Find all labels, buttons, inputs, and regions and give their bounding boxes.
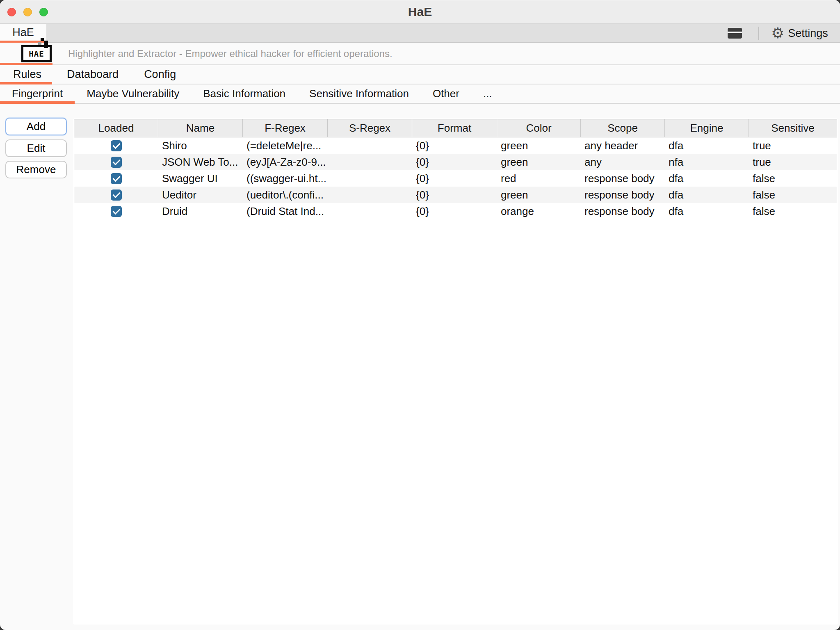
color-cell: orange <box>497 203 581 219</box>
loaded-cell <box>74 137 158 154</box>
loaded-cell <box>74 154 158 170</box>
format-cell: {0} <box>412 154 497 170</box>
column-header-sensitive[interactable]: Sensitive <box>749 119 837 137</box>
f-regex-cell: (Druid Stat Ind... <box>243 203 328 219</box>
tab-fingerprint[interactable]: Fingerprint <box>12 87 63 100</box>
settings-label: Settings <box>788 27 828 40</box>
name-cell: Shiro <box>158 137 243 154</box>
table-row[interactable]: Shiro(=deleteMe|re...{0}greenany headerd… <box>74 137 837 154</box>
engine-cell: dfa <box>665 137 749 154</box>
f-regex-cell: (=deleteMe|re... <box>243 137 328 154</box>
color-cell: red <box>497 170 581 187</box>
logo-spark <box>38 42 41 45</box>
s-regex-cell <box>328 187 412 203</box>
logo-antenna <box>44 41 48 48</box>
format-cell: {0} <box>412 203 497 219</box>
table-header-row: LoadedNameF-RegexS-RegexFormatColorScope… <box>74 119 837 137</box>
scope-cell: response body <box>581 170 665 187</box>
format-cell: {0} <box>412 137 497 154</box>
table-body: Shiro(=deleteMe|re...{0}greenany headerd… <box>74 137 837 219</box>
format-cell: {0} <box>412 187 497 203</box>
column-header-name[interactable]: Name <box>158 119 243 137</box>
tab-databoard[interactable]: Databoard <box>67 68 119 81</box>
s-regex-cell <box>328 154 412 170</box>
scope-cell: any header <box>581 137 665 154</box>
loaded-cell <box>74 203 158 219</box>
tab-hae[interactable]: HaE <box>0 24 46 43</box>
engine-cell: dfa <box>665 170 749 187</box>
tab-other[interactable]: Other <box>433 87 459 100</box>
color-cell: green <box>497 187 581 203</box>
gear-icon: ⚙ <box>771 26 784 41</box>
hae-window: HaE HaE ⚙ Settings HAE Highlighter and E… <box>0 0 840 630</box>
tab-rules[interactable]: Rules <box>13 68 41 81</box>
rules-table: LoadedNameF-RegexS-RegexFormatColorScope… <box>74 119 837 624</box>
sensitive-cell: false <box>749 187 837 203</box>
column-header-s-regex[interactable]: S-Regex <box>328 119 412 137</box>
tab-strip: HaE ⚙ Settings <box>0 24 840 43</box>
loaded-cell <box>74 170 158 187</box>
remove-button[interactable]: Remove <box>5 161 67 178</box>
format-cell: {0} <box>412 170 497 187</box>
table-row[interactable]: Druid(Druid Stat Ind...{0}orangeresponse… <box>74 203 837 219</box>
logo-spark <box>41 38 44 41</box>
edit-button[interactable]: Edit <box>5 139 67 157</box>
loaded-checkbox[interactable] <box>111 157 122 168</box>
s-regex-cell <box>328 170 412 187</box>
hae-logo-icon: HAE <box>21 45 52 62</box>
tab-config[interactable]: Config <box>144 68 176 81</box>
name-cell: Swagger UI <box>158 170 243 187</box>
loaded-checkbox[interactable] <box>111 189 122 201</box>
tab-sensitive-information[interactable]: Sensitive Information <box>309 87 409 100</box>
column-header-scope[interactable]: Scope <box>581 119 665 137</box>
f-regex-cell: (eyJ[A-Za-z0-9... <box>243 154 328 170</box>
titlebar: HaE <box>0 0 840 24</box>
logo-text: HAE <box>29 49 44 58</box>
f-regex-cell: (ueditor\.(confi... <box>243 187 328 203</box>
loaded-checkbox[interactable] <box>111 206 122 217</box>
engine-cell: nfa <box>665 154 749 170</box>
loaded-cell <box>74 187 158 203</box>
settings-button[interactable]: ⚙ Settings <box>771 24 828 43</box>
s-regex-cell <box>328 203 412 219</box>
color-cell: green <box>497 154 581 170</box>
tab-basic-information[interactable]: Basic Information <box>203 87 285 100</box>
main-tab-bar: Rules Databoard Config <box>0 65 840 84</box>
loaded-checkbox[interactable] <box>111 140 122 151</box>
scope-cell: response body <box>581 203 665 219</box>
table-row[interactable]: JSON Web To...(eyJ[A-Za-z0-9...{0}greena… <box>74 154 837 170</box>
tagline: Highlighter and Extractor - Empower ethi… <box>68 43 393 65</box>
window-title: HaE <box>0 0 840 24</box>
separator <box>758 27 759 40</box>
loaded-checkbox[interactable] <box>111 173 122 184</box>
fingerprint-tab-underline <box>0 101 75 104</box>
column-header-format[interactable]: Format <box>412 119 497 137</box>
tab-maybe-vulnerability[interactable]: Maybe Vulnerability <box>87 87 179 100</box>
tab-hae-label: HaE <box>12 26 34 39</box>
f-regex-cell: ((swagger-ui.ht... <box>243 170 328 187</box>
column-header-engine[interactable]: Engine <box>665 119 749 137</box>
name-cell: Ueditor <box>158 187 243 203</box>
table-row[interactable]: Swagger UI((swagger-ui.ht...{0}redrespon… <box>74 170 837 187</box>
layout-icon[interactable] <box>728 28 742 39</box>
engine-cell: dfa <box>665 203 749 219</box>
engine-cell: dfa <box>665 187 749 203</box>
scope-cell: any <box>581 154 665 170</box>
column-header-loaded[interactable]: Loaded <box>74 119 158 137</box>
add-button[interactable]: Add <box>5 118 67 135</box>
sensitive-cell: false <box>749 170 837 187</box>
rule-tab-bar: Fingerprint Maybe Vulnerability Basic In… <box>0 84 840 104</box>
tab-more[interactable]: ... <box>483 87 492 100</box>
color-cell: green <box>497 137 581 154</box>
column-header-color[interactable]: Color <box>497 119 581 137</box>
table-row[interactable]: Ueditor(ueditor\.(confi...{0}greenrespon… <box>74 187 837 203</box>
column-header-f-regex[interactable]: F-Regex <box>243 119 328 137</box>
sensitive-cell: true <box>749 154 837 170</box>
s-regex-cell <box>328 137 412 154</box>
sensitive-cell: false <box>749 203 837 219</box>
sensitive-cell: true <box>749 137 837 154</box>
name-cell: JSON Web To... <box>158 154 243 170</box>
name-cell: Druid <box>158 203 243 219</box>
brand-row: HAE Highlighter and Extractor - Empower … <box>0 43 840 65</box>
scope-cell: response body <box>581 187 665 203</box>
